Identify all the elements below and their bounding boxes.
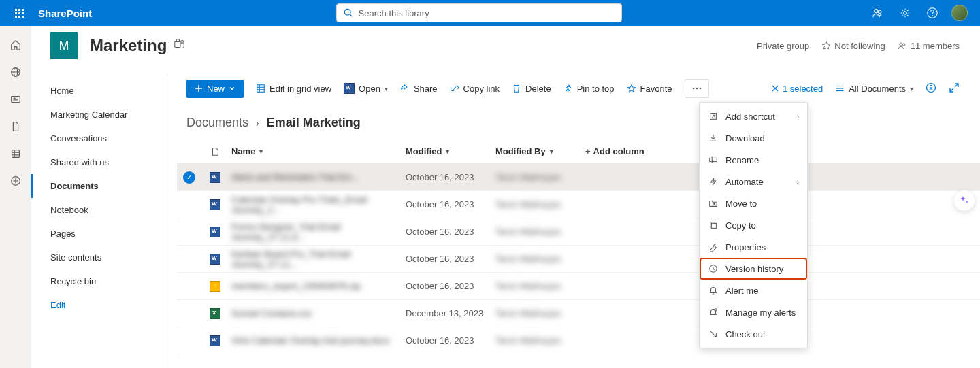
- copilot-button[interactable]: [954, 190, 975, 211]
- menu-item-manage-alerts[interactable]: Manage my alerts: [700, 301, 807, 323]
- globe-icon[interactable]: [1, 60, 31, 84]
- nav-site-contents[interactable]: Site contents: [34, 246, 167, 269]
- nav-notebook[interactable]: Notebook: [34, 198, 167, 222]
- lists-icon[interactable]: [1, 141, 31, 166]
- menu-item-download[interactable]: Download: [700, 127, 807, 149]
- brand-label[interactable]: SharePoint: [38, 7, 92, 19]
- menu-item-properties[interactable]: Properties: [700, 236, 807, 258]
- info-button[interactable]: [926, 82, 936, 95]
- app-launcher-button[interactable]: [5, 0, 33, 26]
- search-input[interactable]: [359, 8, 615, 18]
- link-icon: [450, 84, 459, 93]
- nav-pages[interactable]: Pages: [34, 222, 167, 246]
- create-icon[interactable]: [1, 169, 31, 193]
- expand-button[interactable]: [949, 82, 960, 95]
- search-input-wrap[interactable]: [336, 3, 622, 22]
- column-name[interactable]: Name▾: [229, 146, 406, 156]
- settings-icon[interactable]: [893, 0, 917, 26]
- nav-home[interactable]: Home: [34, 79, 167, 103]
- selected-count[interactable]: 1 selected: [771, 84, 823, 94]
- news-icon[interactable]: [1, 87, 31, 112]
- menu-item-checkout[interactable]: Check out: [700, 323, 807, 345]
- table-row[interactable]: members_export_235454978.zip October 16,…: [177, 273, 980, 300]
- chevron-right-icon: ›: [797, 113, 799, 120]
- open-button[interactable]: Open ▾: [344, 83, 388, 94]
- delete-icon: [512, 84, 521, 93]
- nav-recycle-bin[interactable]: Recycle bin: [34, 269, 167, 293]
- files-icon[interactable]: [1, 114, 31, 139]
- modified-date: October 16, 2023: [406, 335, 474, 346]
- nav-edit[interactable]: Edit: [34, 293, 167, 317]
- modified-by: Taron Makhoyan: [495, 172, 561, 182]
- svg-point-6: [932, 16, 933, 16]
- view-selector[interactable]: All Documents ▾: [835, 84, 913, 94]
- add-column-button[interactable]: +Add column: [585, 146, 667, 156]
- favorite-button[interactable]: Favorite: [627, 84, 672, 94]
- share-button[interactable]: Share: [400, 84, 438, 94]
- table-row[interactable]: ✓ Alerts and Reminders Trial Em... Octob…: [177, 164, 980, 191]
- check-icon[interactable]: ✓: [183, 171, 195, 184]
- svg-point-0: [344, 9, 350, 15]
- search-icon: [344, 8, 353, 18]
- file-name: Calendar Overlay Pro Trials_Email Journe…: [231, 195, 406, 215]
- follow-button[interactable]: Not following: [821, 41, 885, 51]
- menu-item-move[interactable]: Move to: [700, 193, 807, 214]
- properties-icon: [708, 241, 719, 252]
- menu-item-shortcut[interactable]: Add shortcut›: [700, 105, 807, 127]
- file-name: Kanban Board Pro_Trial Email Journey_27.…: [231, 249, 406, 269]
- nav-conversations[interactable]: Conversations: [34, 127, 167, 150]
- menu-item-history[interactable]: Version history: [700, 258, 807, 280]
- close-icon: [771, 84, 779, 93]
- menu-item-copy[interactable]: Copy to: [700, 214, 807, 236]
- column-modified[interactable]: Modified▾: [406, 146, 495, 156]
- file-type-icon: [210, 254, 220, 265]
- home-icon[interactable]: [1, 33, 31, 57]
- table-row[interactable]: Sunset Contacts.csv December 13, 2023 Ta…: [177, 300, 980, 327]
- table-row[interactable]: Forms Designer_Trial Email Journey_27.11…: [177, 218, 980, 246]
- file-type-icon: [210, 172, 220, 183]
- breadcrumb-current: Email Marketing: [267, 116, 361, 129]
- svg-point-3: [878, 10, 881, 14]
- menu-item-automate[interactable]: Automate›: [700, 171, 807, 193]
- modified-by: Taron Makhoyan: [495, 227, 561, 237]
- column-modified-by[interactable]: Modified By▾: [495, 146, 585, 156]
- svg-rect-27: [257, 85, 265, 93]
- site-logo[interactable]: M: [50, 32, 78, 59]
- file-type-icon: [210, 227, 220, 237]
- help-icon[interactable]: [920, 0, 945, 26]
- more-actions-button[interactable]: [685, 79, 709, 98]
- list-header: Name▾ Modified▾ Modified By▾ +Add column: [177, 139, 980, 164]
- table-row[interactable]: Virto Calendar Overlay trial journey.doc…: [177, 327, 980, 354]
- new-button[interactable]: New: [186, 80, 244, 98]
- history-icon: [708, 263, 719, 274]
- file-type-icon: [210, 308, 220, 319]
- nav-marketing-calendar[interactable]: Marketing Calendar: [34, 103, 167, 127]
- copy-link-button[interactable]: Copy link: [450, 84, 500, 94]
- teams-icon[interactable]: [174, 38, 186, 53]
- modified-date: October 16, 2023: [406, 254, 474, 264]
- people-icon[interactable]: [866, 0, 890, 26]
- site-header: M Marketing Private group Not following …: [31, 26, 980, 65]
- context-menu: Add shortcut›DownloadRenameAutomate›Move…: [699, 102, 808, 348]
- edit-grid-button[interactable]: Edit in grid view: [256, 84, 331, 94]
- breadcrumb-root[interactable]: Documents: [186, 116, 248, 129]
- avatar-button[interactable]: [947, 0, 972, 26]
- nav-shared-with-us[interactable]: Shared with us: [34, 150, 167, 174]
- avatar-icon: [951, 5, 968, 21]
- chevron-down-icon: ▾: [550, 148, 553, 155]
- members-button[interactable]: 11 members: [898, 41, 960, 51]
- chevron-down-icon: ▾: [385, 85, 388, 93]
- table-row[interactable]: Kanban Board Pro_Trial Email Journey_27.…: [177, 246, 980, 273]
- chevron-right-icon: ›: [256, 118, 259, 129]
- file-name: members_export_235454978.zip: [231, 281, 361, 291]
- menu-item-rename[interactable]: Rename: [700, 149, 807, 171]
- table-row[interactable]: Calendar Overlay Pro Trials_Email Journe…: [177, 191, 980, 218]
- pin-button[interactable]: Pin to top: [564, 84, 615, 94]
- svg-point-4: [904, 12, 907, 15]
- nav-documents[interactable]: Documents: [31, 174, 167, 198]
- menu-item-alert[interactable]: Alert me: [700, 280, 807, 301]
- chevron-down-icon: ▾: [446, 148, 449, 155]
- modified-by: Taron Makhoyan: [495, 254, 561, 264]
- svg-point-32: [696, 88, 698, 90]
- delete-button[interactable]: Delete: [512, 84, 551, 94]
